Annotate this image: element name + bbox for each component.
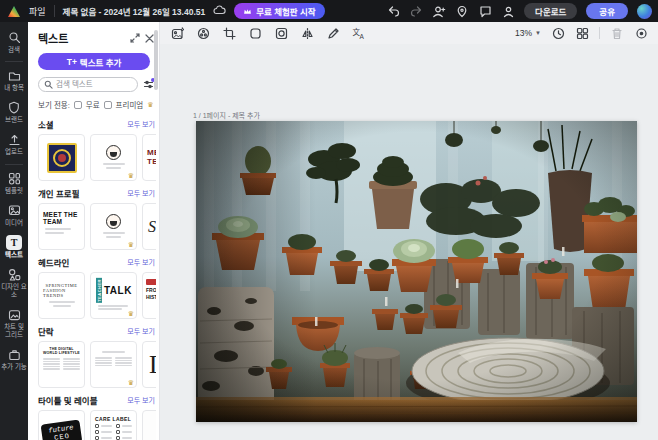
template-thumb-dropcap[interactable]: L [142, 341, 156, 388]
premium-crown-icon: ♛ [128, 379, 134, 386]
filter-label: 보기 전용: [38, 99, 70, 110]
sidebar-item-my-stuff[interactable]: 내 항목 [0, 65, 28, 96]
crop-icon[interactable] [222, 26, 236, 40]
sidebar-item-brand[interactable]: 브랜드 [0, 97, 28, 128]
thumb-text: L [149, 350, 156, 380]
template-thumb-meet-the-team[interactable]: MEET THE TEAM [38, 203, 85, 250]
black-tag: future CEO [40, 419, 82, 440]
thumb-text: HISTORY [146, 294, 156, 301]
expand-panel-icon[interactable] [129, 33, 140, 44]
search-row [38, 77, 155, 92]
see-all-link[interactable]: 모두 보기 [127, 395, 155, 405]
sidebar-item-media[interactable]: 미디어 [0, 200, 28, 231]
free-trial-button[interactable]: 무료 체험판 시작 [234, 3, 324, 19]
template-thumb-profile[interactable]: ♛ [90, 134, 137, 181]
redo-icon[interactable] [409, 4, 423, 18]
premium-checkbox[interactable] [104, 101, 112, 109]
sidebar-item-label: 업로드 [1, 148, 28, 156]
draw-icon[interactable] [326, 26, 340, 40]
search-box[interactable] [38, 77, 138, 92]
target-icon[interactable] [634, 26, 648, 40]
divider [5, 164, 23, 165]
photo-succulents [196, 121, 637, 422]
trash-icon[interactable] [610, 26, 624, 40]
section-social: 소셜 모두 보기 ♛ MEET [38, 118, 155, 181]
share-button[interactable]: 공유 [586, 3, 628, 19]
template-thumb-partial[interactable] [142, 410, 156, 440]
upload-icon [6, 132, 22, 147]
panel-title: 텍스트 [38, 30, 125, 46]
template-thumb-paragraph[interactable]: THE DIGITAL WORLD LIFESTYLE [38, 341, 85, 388]
search-icon [6, 30, 22, 45]
sidebar-item-label: 내 항목 [1, 84, 28, 92]
sidebar-item-uploads[interactable]: 업로드 [0, 129, 28, 160]
template-thumb-meet-team[interactable]: MEET TEAM [142, 134, 156, 181]
template-thumb-script[interactable]: Sh [142, 203, 156, 250]
edit-image-icon[interactable] [170, 26, 184, 40]
section-titles-labels: 타이틀 및 레이블 모두 보기 future CEO CARE LABEL [38, 394, 155, 440]
sidebar-item-elements[interactable]: 디자인 요소 [0, 264, 28, 303]
filter-wheel-icon[interactable] [196, 26, 210, 40]
premium-checkbox-label: 프리미엄 [116, 99, 144, 110]
canvas-area: 文A 13% ▼ [160, 22, 658, 440]
thumb-text: Sh [148, 218, 156, 236]
sidebar-item-label: 미디어 [1, 219, 28, 227]
template-thumb-future-ceo[interactable]: future CEO [38, 410, 85, 440]
pin-icon[interactable] [455, 4, 469, 18]
see-all-link[interactable]: 모두 보기 [127, 326, 155, 336]
frame-icon[interactable] [248, 26, 262, 40]
section-title: 단락 [38, 325, 127, 337]
premium-crown-icon: ♛ [128, 241, 134, 248]
template-thumb-history[interactable]: FROM HISTORY [142, 272, 156, 319]
zoom-level-dropdown[interactable]: 13% ▼ [515, 28, 541, 38]
see-all-link[interactable]: 모두 보기 [127, 119, 155, 129]
undo-icon[interactable] [386, 4, 400, 18]
present-icon[interactable] [501, 4, 515, 18]
file-menu[interactable]: 파일 [29, 5, 46, 18]
template-thumb-springtime[interactable]: SPRINGTIME FASHION TRENDS [38, 272, 85, 319]
thumb-text: THE DIGITAL WORLD LIFESTYLE [43, 347, 80, 355]
thumbnail-row: MEET THE TEAM ♛ Sh [38, 203, 156, 250]
panel-scrollbar[interactable] [154, 30, 158, 90]
timer-icon[interactable] [551, 26, 565, 40]
vignette-icon[interactable] [274, 26, 288, 40]
template-thumb-paragraph-2[interactable]: ♛ [90, 341, 137, 388]
thumbnail-row: THE DIGITAL WORLD LIFESTYLE [38, 341, 156, 388]
free-checkbox[interactable] [74, 101, 82, 109]
user-avatar[interactable] [637, 4, 652, 19]
document-title[interactable]: 제목 없음 - 2024년 12월 26일 13.40.51 [63, 5, 206, 17]
invite-user-icon[interactable] [432, 4, 446, 18]
translate-icon[interactable]: 文A [352, 26, 366, 40]
template-thumb-profile[interactable]: ♛ [90, 203, 137, 250]
template-thumb-emblem[interactable] [38, 134, 85, 181]
visibility-filter-row: 보기 전용: 무료 프리미엄 ♛ [38, 99, 155, 110]
add-text-icon: T+ [67, 57, 77, 67]
folder-icon [6, 68, 22, 83]
section-personal-profile: 개인 프로필 모두 보기 MEET THE TEAM ♛ Sh [38, 187, 155, 250]
see-all-link[interactable]: 모두 보기 [127, 188, 155, 198]
media-icon [6, 203, 22, 218]
see-all-link[interactable]: 모두 보기 [127, 257, 155, 267]
template-thumb-care-label[interactable]: CARE LABEL ♛ [90, 410, 137, 440]
comment-icon[interactable] [478, 4, 492, 18]
app-logo-icon[interactable] [6, 4, 21, 18]
sidebar-item-charts-grids[interactable]: 차트 및 그리드 [0, 304, 28, 343]
page-label[interactable]: 1 / 1페이지 - 제목 추가 [193, 110, 260, 120]
sidebar-item-search[interactable]: 검색 [0, 27, 28, 58]
sidebar-item-text[interactable]: T 텍스트 [0, 232, 28, 263]
download-button[interactable]: 다운로드 [524, 3, 577, 19]
sidebar-item-templates[interactable]: 템플릿 [0, 168, 28, 199]
add-text-button[interactable]: T+ 텍스트 추가 [38, 53, 150, 70]
design-page[interactable] [196, 121, 637, 422]
flip-icon[interactable] [300, 26, 314, 40]
premium-crown-icon: ♛ [128, 172, 134, 179]
section-title: 타이틀 및 레이블 [38, 394, 127, 406]
free-checkbox-label: 무료 [86, 99, 100, 110]
sidebar-item-apps[interactable]: 추가 기능 [0, 344, 28, 375]
shield-icon [6, 100, 22, 115]
emblem-graphic [47, 143, 77, 173]
sidebar-item-label: 디자인 요소 [1, 283, 28, 299]
template-thumb-teacher-talk[interactable]: TEACHER TALK ♛ [90, 272, 137, 319]
search-input[interactable] [56, 80, 132, 89]
pages-grid-icon[interactable] [575, 26, 589, 40]
